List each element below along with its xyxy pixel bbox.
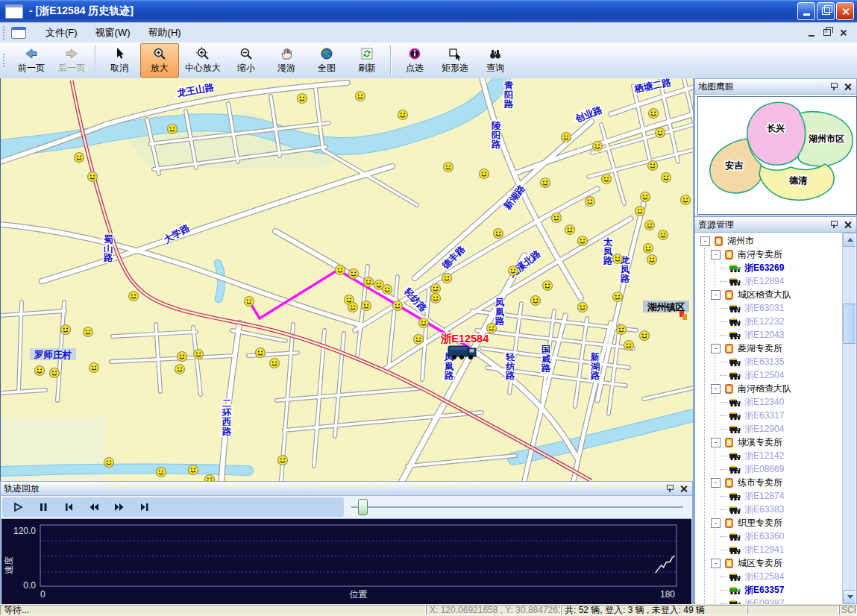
poi-smiley-marker[interactable] <box>641 192 650 202</box>
poi-smiley-marker[interactable] <box>480 169 489 179</box>
track-start-marker[interactable] <box>245 297 254 307</box>
tree-scrollbar[interactable] <box>842 233 856 604</box>
poi-smiley-marker[interactable] <box>648 161 658 171</box>
poi-smiley-marker[interactable] <box>88 172 98 182</box>
poi-smiley-marker[interactable] <box>635 207 645 216</box>
map-canvas[interactable]: 龙王山路青阳路陵阳路创业路栖塘二路新湖路德丰路龙溪北路龙凤路太凤路轻纺路轻纺路凤… <box>1 78 694 481</box>
tree-group-label[interactable]: 埭溪专卖所 <box>738 436 782 449</box>
poi-smiley-marker[interactable] <box>278 456 288 465</box>
poi-smiley-marker[interactable] <box>157 468 166 477</box>
poi-smiley-marker[interactable] <box>531 296 541 306</box>
tree-group-label[interactable]: 南浔专卖所 <box>738 248 782 261</box>
poi-smiley-marker[interactable] <box>541 178 550 188</box>
tree-vehicle-label[interactable]: 浙E63317 <box>744 409 784 422</box>
poi-smiley-marker[interactable] <box>414 335 424 345</box>
poi-smiley-marker[interactable] <box>640 331 650 341</box>
poi-smiley-marker[interactable] <box>356 92 365 101</box>
poi-smiley-marker[interactable] <box>398 110 408 120</box>
step-end-button[interactable] <box>134 499 156 515</box>
poi-smiley-marker[interactable] <box>662 173 671 183</box>
poi-smiley-marker[interactable] <box>348 303 358 312</box>
poi-smiley-marker[interactable] <box>624 341 634 351</box>
poi-smiley-marker[interactable] <box>644 244 653 254</box>
zoom-in-button[interactable]: 放大 <box>140 43 179 78</box>
pan-button[interactable]: 漫游 <box>267 43 306 78</box>
tree-vehicle-label[interactable]: 浙E63135 <box>744 356 784 368</box>
poi-smiley-marker[interactable] <box>562 133 571 142</box>
poi-smiley-marker[interactable] <box>543 281 553 291</box>
tree-vehicle-label[interactable]: 浙E12504 <box>744 369 784 382</box>
poi-smiley-marker[interactable] <box>645 221 655 230</box>
child-restore-icon[interactable] <box>823 29 831 36</box>
expand-toggle[interactable]: - <box>711 384 721 394</box>
tree-vehicle-label[interactable]: 浙E12043 <box>744 329 784 342</box>
tree-vehicle-label[interactable]: 浙E12941 <box>744 544 784 556</box>
menubar-grip[interactable] <box>3 26 7 40</box>
poi-smiley-marker[interactable] <box>189 465 198 475</box>
poi-smiley-marker[interactable] <box>75 153 84 163</box>
tree-vehicle-label[interactable]: 浙E09387 <box>744 597 784 605</box>
poi-smiley-marker[interactable] <box>444 163 453 172</box>
play-button[interactable] <box>7 499 29 515</box>
pin-icon[interactable] <box>829 82 838 91</box>
tree-vehicle-label[interactable]: 浙E12904 <box>744 423 784 436</box>
step-back-button[interactable] <box>57 499 80 515</box>
poi-smiley-marker[interactable] <box>383 285 392 295</box>
toolbar-grip[interactable] <box>3 54 7 67</box>
tree-group-label[interactable]: 南浔稽查大队 <box>738 383 791 395</box>
poi-smiley-marker[interactable] <box>509 266 518 276</box>
expand-toggle[interactable]: - <box>711 250 721 260</box>
poi-smiley-marker[interactable] <box>487 324 497 333</box>
poi-smiley-marker[interactable] <box>586 197 595 207</box>
poi-smiley-marker[interactable] <box>129 292 139 301</box>
tree-group-label[interactable]: 织里专卖所 <box>738 517 782 529</box>
menu-file[interactable]: 文件(F) <box>37 24 87 42</box>
poi-smiley-marker[interactable] <box>175 365 185 374</box>
poi-smiley-marker[interactable] <box>442 274 452 283</box>
scroll-up-button[interactable] <box>843 233 856 247</box>
poi-smiley-marker[interactable] <box>84 327 93 337</box>
refresh-button[interactable]: 刷新 <box>348 43 386 78</box>
rewind-button[interactable] <box>83 499 105 515</box>
poi-smiley-marker[interactable] <box>431 294 441 304</box>
playback-slider-thumb[interactable] <box>358 499 368 515</box>
poi-smiley-marker[interactable] <box>593 142 603 151</box>
close-icon[interactable] <box>680 485 688 492</box>
poi-smiley-marker[interactable] <box>364 277 374 287</box>
expand-toggle[interactable]: - <box>700 236 710 246</box>
tree-vehicle-label[interactable]: 浙E63269 <box>744 262 784 274</box>
query-button[interactable]: 查询 <box>476 43 515 78</box>
point-select-button[interactable]: 点选 <box>395 43 434 78</box>
tree-group-label[interactable]: 菱湖专卖所 <box>738 342 782 355</box>
child-close-icon[interactable] <box>840 29 847 36</box>
tree-vehicle-label[interactable]: 浙E63031 <box>744 302 784 315</box>
tree-group-label[interactable]: 练市专卖所 <box>738 477 782 489</box>
zoom-out-button[interactable]: 缩小 <box>227 43 266 78</box>
center-zoom-button[interactable]: 中心放大 <box>180 43 225 78</box>
prev-page-button[interactable]: 前一页 <box>12 43 51 78</box>
expand-toggle[interactable]: - <box>711 344 721 353</box>
mdi-child-icon[interactable] <box>11 27 26 39</box>
expand-toggle[interactable]: - <box>711 438 721 447</box>
poi-smiley-marker[interactable] <box>578 236 588 246</box>
expand-toggle[interactable]: - <box>711 518 721 528</box>
poi-smiley-marker[interactable] <box>649 109 659 119</box>
pause-button[interactable] <box>32 499 54 515</box>
tree-vehicle-label[interactable]: 浙E12894 <box>744 275 784 288</box>
tree-vehicle-label[interactable]: 浙E12874 <box>744 490 784 503</box>
expand-toggle[interactable]: - <box>711 478 721 488</box>
poi-smiley-marker[interactable] <box>194 350 204 359</box>
cancel-button[interactable]: 取消 <box>100 43 139 78</box>
poi-smiley-marker[interactable] <box>168 125 178 134</box>
map-viewport[interactable]: 龙王山路青阳路陵阳路创业路栖塘二路新湖路德丰路龙溪北路龙凤路太凤路轻纺路轻纺路凤… <box>0 78 694 481</box>
poi-smiley-marker[interactable] <box>552 213 562 223</box>
scroll-down-button[interactable] <box>843 590 856 604</box>
close-icon[interactable] <box>844 83 852 90</box>
tree-vehicle-label[interactable]: 浙E12142 <box>744 450 784 462</box>
poi-smiley-marker[interactable] <box>178 352 187 362</box>
poi-smiley-marker[interactable] <box>336 265 345 275</box>
poi-smiley-marker[interactable] <box>104 458 114 468</box>
pin-icon[interactable] <box>665 484 674 493</box>
poi-smiley-marker[interactable] <box>349 269 359 279</box>
poi-smiley-marker[interactable] <box>205 475 215 482</box>
